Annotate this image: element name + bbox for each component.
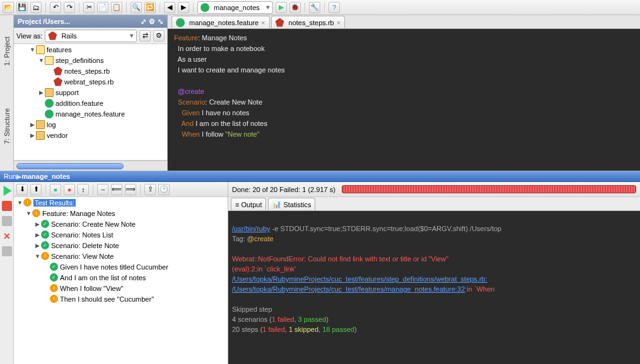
test-tree-row[interactable]: !Then I should see "Cucumber" — [14, 293, 228, 304]
left-tool-strip: 1: Project 7: Structure — [0, 15, 14, 171]
tree-arrow-icon[interactable]: ▼ — [25, 210, 32, 217]
test-tree-row[interactable]: ✓And I am on the list of notes — [14, 272, 228, 283]
scrollbar-thumb[interactable] — [16, 163, 124, 169]
code-editor[interactable]: Feature: Manage Notes In order to make a… — [168, 29, 640, 171]
ruby-icon — [54, 77, 62, 86]
editor-tab[interactable]: manage_notes.feature× — [172, 16, 270, 28]
test-tree-row[interactable]: ▼!Scenario: View Note — [14, 251, 228, 261]
main-toolbar: 📂 💾 🗂 ↶ ↷ ✂ 📄 📋 🔍 🔁 ◀ ▶ manage_notes ▾ ▶… — [0, 0, 640, 15]
tab-output[interactable]: ≡Output — [231, 198, 266, 210]
test-tree-row[interactable]: !When I follow "View" — [14, 283, 228, 293]
select-next-failed-icon[interactable]: ⟹ — [125, 184, 136, 195]
chevron-down-icon: ▾ — [266, 3, 270, 11]
tree-arrow-icon[interactable]: ▶ — [29, 122, 36, 128]
tree-arrow-icon[interactable]: ▼ — [29, 47, 36, 53]
test-output-column: Done: 20 of 20 Failed: 1 (2.917 s) ≡Outp… — [228, 182, 640, 364]
test-tree-label: Scenario: Notes List — [51, 231, 113, 239]
run-panel: ✕ ⬇ ⬆ ● ● ↕ → ⟸ ⟹ ⇪ 🕑 ▼!Test Results:▼!F… — [0, 182, 640, 364]
autoscroll-source-icon[interactable]: → — [97, 184, 108, 195]
folder-open-icon — [45, 56, 54, 65]
folder-icon — [45, 88, 54, 97]
sort-icon[interactable]: ↕ — [78, 184, 89, 195]
tab-structure[interactable]: 7: Structure — [2, 106, 12, 147]
test-tree-label: Test Results: — [33, 199, 76, 207]
open-icon[interactable]: 📂 — [3, 2, 14, 13]
pin-icon[interactable] — [2, 246, 12, 256]
pause-icon[interactable] — [2, 216, 12, 226]
history-icon[interactable]: 🕑 — [158, 184, 170, 195]
export-icon[interactable]: ⇪ — [144, 184, 156, 195]
view-as-combo[interactable]: Rails ▾ — [45, 30, 137, 42]
tree-row[interactable]: ▼step_definitions — [14, 55, 167, 65]
chevron-down-icon: ▾ — [130, 31, 134, 40]
tree-arrow-icon[interactable]: ▼ — [34, 253, 41, 259]
pass-icon: ✓ — [50, 273, 58, 282]
tree-row[interactable]: ▶support — [14, 87, 167, 98]
tree-arrow-icon[interactable]: ▼ — [16, 200, 23, 206]
replace-icon[interactable]: 🔁 — [144, 2, 156, 13]
test-tree-row[interactable]: ▼!Test Results: — [14, 197, 228, 208]
project-tree[interactable]: ▼features▼step_definitionsnotes_steps.rb… — [14, 44, 167, 161]
test-tree-row[interactable]: ▶✓Scenario: Delete Note — [14, 240, 228, 251]
back-icon[interactable]: ◀ — [164, 2, 175, 13]
stop-icon[interactable] — [2, 201, 12, 211]
gear-icon[interactable]: ⚙ — [149, 18, 155, 26]
test-tree-row[interactable]: ✓Given I have notes titled Cucumber — [14, 261, 228, 272]
hide-icon[interactable]: ⤡ — [158, 18, 163, 26]
tab-project[interactable]: 1: Project — [2, 34, 12, 68]
tree-row[interactable]: manage_notes.feature — [14, 108, 167, 119]
undo-icon[interactable]: ↶ — [50, 2, 61, 13]
test-results-tree[interactable]: ▼!Test Results:▼!Feature: Manage Notes▶✓… — [14, 197, 228, 364]
tree-row[interactable]: webrat_steps.rb — [14, 76, 167, 87]
tree-arrow-icon[interactable]: ▼ — [38, 57, 45, 64]
copy-icon[interactable]: 📄 — [97, 2, 108, 13]
close-icon[interactable]: × — [337, 19, 340, 26]
test-tree-row[interactable]: ▶✓Scenario: Notes List — [14, 229, 228, 240]
tree-arrow-icon[interactable]: ▶ — [34, 242, 41, 249]
save-all-icon[interactable]: 🗂 — [30, 2, 42, 13]
test-tree-row[interactable]: ▶✓Scenario: Create New Note — [14, 219, 228, 229]
warning-icon: ! — [41, 252, 49, 260]
tree-row[interactable]: ▶vendor — [14, 130, 167, 140]
run-icon[interactable]: ▶ — [276, 2, 287, 13]
paste-icon[interactable]: 📋 — [111, 2, 122, 13]
pass-icon: ✓ — [50, 263, 58, 271]
editor-tab[interactable]: notes_steps.rb× — [271, 16, 346, 28]
settings-icon[interactable]: 🔧 — [309, 2, 320, 13]
tree-row[interactable]: ▼features — [14, 44, 167, 55]
collapse-icon[interactable]: ⤢ — [141, 18, 146, 26]
rerun-icon[interactable] — [2, 186, 12, 196]
tree-arrow-icon[interactable]: ▶ — [34, 221, 41, 227]
close-icon[interactable]: × — [261, 19, 265, 26]
tree-arrow-icon[interactable]: ▶ — [29, 132, 36, 139]
help-icon[interactable]: ? — [329, 2, 340, 13]
autoscroll-icon[interactable]: ⇄ — [139, 30, 151, 42]
horizontal-scrollbar[interactable] — [14, 161, 167, 171]
console-output[interactable]: /usr/bin/ruby -e STDOUT.sync=true;STDERR… — [228, 211, 640, 364]
redo-icon[interactable]: ↷ — [64, 2, 75, 13]
tree-row[interactable]: ▶log — [14, 119, 167, 130]
select-first-failed-icon[interactable]: ⟸ — [111, 184, 122, 195]
tab-statistics[interactable]: 📊Statistics — [268, 198, 315, 210]
tree-row[interactable]: notes_steps.rb — [14, 65, 167, 76]
status-text: Done: 20 of 20 Failed: 1 (2.917 s) — [232, 186, 335, 193]
editor-tab-label: manage_notes.feature — [189, 19, 259, 26]
filter-failed-icon[interactable]: ● — [64, 184, 75, 195]
run-config-combo[interactable]: manage_notes ▾ — [197, 1, 273, 14]
settings-icon[interactable]: ⚙ — [153, 30, 165, 42]
filter-passed-icon[interactable]: ● — [50, 184, 61, 195]
tree-arrow-icon[interactable]: ▶ — [38, 89, 45, 96]
close-icon[interactable]: ✕ — [3, 231, 11, 241]
test-tree-row[interactable]: ▼!Feature: Manage Notes — [14, 208, 228, 219]
tree-row[interactable]: addition.feature — [14, 98, 167, 108]
debug-icon[interactable]: 🐞 — [289, 2, 301, 13]
test-tree-label: Scenario: Create New Note — [51, 220, 136, 228]
cut-icon[interactable]: ✂ — [83, 2, 95, 13]
collapse-all-icon[interactable]: ⬆ — [30, 184, 42, 195]
forward-icon[interactable]: ▶ — [178, 2, 189, 13]
test-tree-toolbar: ⬇ ⬆ ● ● ↕ → ⟸ ⟹ ⇪ 🕑 — [14, 182, 228, 197]
find-icon[interactable]: 🔍 — [131, 2, 142, 13]
tree-arrow-icon[interactable]: ▶ — [34, 232, 41, 238]
save-icon[interactable]: 💾 — [16, 2, 28, 13]
expand-all-icon[interactable]: ⬇ — [16, 184, 28, 195]
